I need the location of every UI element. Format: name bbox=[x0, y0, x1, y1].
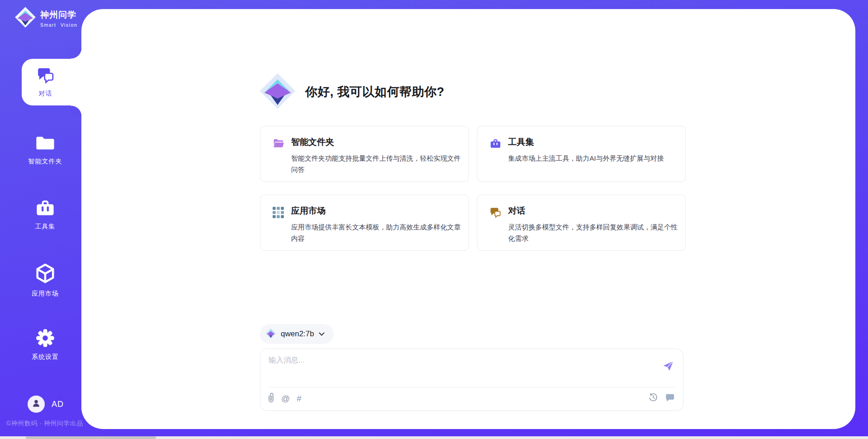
card-title: 智能文件夹 bbox=[291, 136, 458, 148]
card-description: 集成市场上主流工具，助力AI与外界无缝扩展与对接 bbox=[508, 153, 680, 164]
folder-open-icon bbox=[273, 138, 285, 151]
sidebar-item-toolset[interactable]: 工具集 bbox=[9, 198, 81, 231]
card-title: 工具集 bbox=[508, 136, 675, 148]
brand-subtitle: Smart Vision bbox=[40, 22, 77, 28]
sidebar-footer-credit: ©神州数码 · 神州问学出品 bbox=[6, 420, 83, 428]
chevron-down-icon bbox=[319, 331, 325, 338]
gear-icon bbox=[36, 329, 55, 349]
cube-icon bbox=[35, 262, 56, 286]
sidebar-item-label: 智能文件夹 bbox=[28, 157, 62, 166]
diamond-logo-icon bbox=[14, 6, 36, 30]
greeting-title: 你好, 我可以如何帮助你? bbox=[305, 84, 444, 100]
card-description: 应用市场提供丰富长文本模板，助力高效生成多样化文章内容 bbox=[291, 221, 463, 244]
sidebar-item-smart-folder[interactable]: 智能文件夹 bbox=[9, 134, 81, 166]
greeting-block: 你好, 我可以如何帮助你? bbox=[259, 72, 444, 111]
chat-bubbles-icon bbox=[37, 67, 55, 86]
user-initials: AD bbox=[52, 400, 64, 409]
card-title: 应用市场 bbox=[291, 205, 458, 217]
avatar bbox=[28, 396, 45, 413]
conversation-button[interactable] bbox=[665, 392, 675, 404]
user-profile[interactable]: AD bbox=[28, 396, 64, 413]
brand-name: 神州问学 bbox=[40, 9, 77, 21]
model-name: qwen2:7b bbox=[281, 329, 314, 339]
mention-button[interactable]: @ bbox=[281, 394, 290, 404]
at-sign-icon: @ bbox=[281, 394, 290, 404]
message-input[interactable] bbox=[269, 355, 648, 382]
history-icon bbox=[648, 392, 658, 404]
card-toolset[interactable]: 工具集 集成市场上主流工具，助力AI与外界无缝扩展与对接 bbox=[477, 126, 686, 182]
horizontal-scrollbar-thumb[interactable] bbox=[26, 436, 156, 439]
send-plane-icon bbox=[662, 367, 675, 373]
toolbox-icon bbox=[35, 198, 55, 219]
diamond-logo-icon bbox=[265, 328, 276, 340]
sidebar-item-settings[interactable]: 系统设置 bbox=[9, 329, 81, 361]
paperclip-icon bbox=[268, 392, 274, 405]
chat-bubbles-icon bbox=[490, 207, 501, 220]
toolbox-icon bbox=[490, 138, 501, 151]
sidebar-item-app-market[interactable]: 应用市场 bbox=[9, 262, 81, 298]
tab-fillet-top bbox=[71, 48, 82, 59]
hash-icon: # bbox=[297, 394, 302, 404]
shortcut-cards: 智能文件夹 智能文件夹功能支持批量文件上传与清洗，轻松实现文件问答 工具集 集成… bbox=[260, 126, 686, 251]
card-chat[interactable]: 对话 灵活切换多模型文件，支持多样回复效果调试，满足个性化需求 bbox=[477, 195, 686, 251]
sidebar-item-chat[interactable]: 对话 bbox=[22, 59, 82, 105]
send-button[interactable] bbox=[660, 359, 676, 374]
sidebar-item-label: 应用市场 bbox=[32, 290, 59, 298]
diamond-logo-icon bbox=[259, 72, 296, 111]
attach-file-button[interactable] bbox=[268, 392, 274, 405]
sidebar-item-label: 系统设置 bbox=[32, 353, 59, 361]
card-description: 灵活切换多模型文件，支持多样回复效果调试，满足个性化需求 bbox=[508, 221, 680, 244]
tab-fillet-bottom bbox=[71, 105, 82, 116]
history-button[interactable] bbox=[648, 392, 658, 404]
app-logo: 神州问学 Smart Vision bbox=[14, 6, 77, 30]
message-composer: @ # bbox=[260, 348, 684, 411]
composer-divider bbox=[268, 387, 676, 387]
sidebar-item-label: 工具集 bbox=[35, 223, 56, 231]
card-title: 对话 bbox=[508, 205, 675, 217]
message-icon bbox=[665, 392, 675, 404]
topic-button[interactable]: # bbox=[297, 394, 302, 404]
card-description: 智能文件夹功能支持批量文件上传与清洗，轻松实现文件问答 bbox=[291, 153, 463, 175]
folder-icon bbox=[35, 134, 55, 154]
horizontal-scrollbar bbox=[0, 436, 868, 439]
card-smart-folder[interactable]: 智能文件夹 智能文件夹功能支持批量文件上传与清洗，轻松实现文件问答 bbox=[260, 126, 469, 182]
card-app-market[interactable]: 应用市场 应用市场提供丰富长文本模板，助力高效生成多样化文章内容 bbox=[260, 195, 469, 251]
grid-icon bbox=[273, 207, 284, 220]
person-icon bbox=[31, 398, 41, 410]
model-selector[interactable]: qwen2:7b bbox=[260, 324, 334, 344]
sidebar-item-label: 对话 bbox=[39, 90, 52, 98]
